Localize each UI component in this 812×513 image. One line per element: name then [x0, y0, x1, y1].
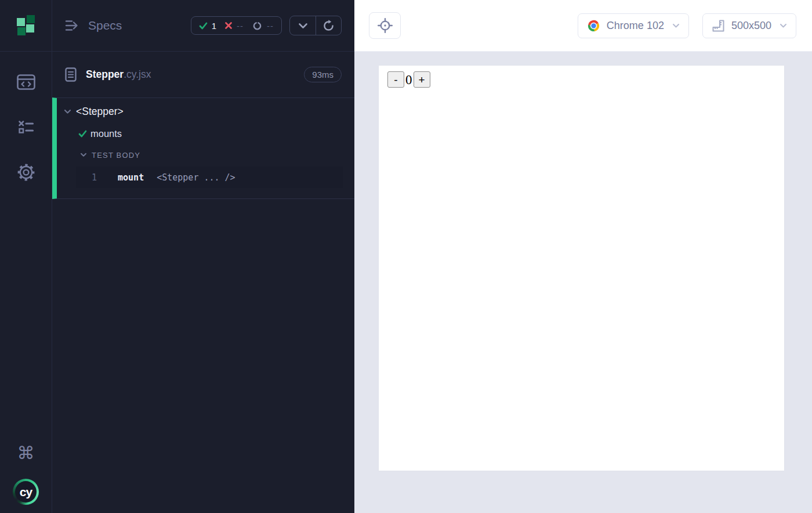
restart-icon	[252, 20, 263, 31]
spec-file-name: Stepper.cy.jsx	[86, 68, 151, 81]
spec-document-icon	[65, 67, 77, 82]
failed-count: --	[237, 21, 244, 31]
command-method: mount	[118, 172, 144, 183]
passed-count: 1	[212, 21, 216, 31]
x-icon	[224, 21, 233, 30]
stat-failed: --	[224, 21, 244, 31]
spec-extension: .cy.jsx	[124, 68, 151, 80]
logo-square	[17, 27, 26, 35]
stepper-decrement-button[interactable]: -	[387, 71, 404, 88]
stepper-increment-button[interactable]: +	[414, 71, 430, 88]
aut-header-dropdowns: Chrome 102 500	[578, 13, 796, 38]
suite-row[interactable]: <Stepper>	[57, 100, 354, 122]
viewport-size-label: 500x500	[731, 20, 771, 32]
cypress-app-logo-icon	[17, 15, 35, 36]
chevron-down-icon	[64, 109, 71, 114]
command-log-row[interactable]: 1 mount <Stepper ... />	[76, 167, 343, 188]
sidebar-item-specs[interactable]	[13, 69, 39, 95]
code-window-icon	[17, 74, 35, 90]
command-key-icon: ⌘	[17, 445, 35, 462]
sidebar-logo-area	[0, 0, 52, 52]
logo-square	[27, 15, 35, 23]
stat-passed: 1	[199, 21, 216, 31]
chevron-down-icon	[298, 23, 308, 29]
suite-title: <Stepper>	[76, 106, 124, 118]
test-title: mounts	[90, 128, 122, 139]
stepper-value: 0	[405, 73, 413, 86]
collapse-all-button[interactable]	[290, 16, 316, 35]
selector-playground-button[interactable]	[369, 12, 401, 39]
check-icon	[199, 22, 208, 30]
chevron-down-icon	[780, 23, 787, 28]
rerun-tests-button[interactable]	[316, 16, 341, 35]
command-line-number: 1	[76, 172, 97, 183]
test-stats: 1 -- --	[191, 16, 282, 35]
restarted-count: --	[267, 21, 274, 31]
test-body-section-row[interactable]: TEST BODY	[57, 144, 354, 165]
spec-file-row[interactable]: Stepper.cy.jsx 93ms	[52, 52, 354, 97]
refresh-icon	[322, 19, 335, 32]
cypress-cy-logo-button[interactable]: cy	[13, 479, 39, 505]
browser-label: Chrome 102	[607, 20, 664, 32]
chevron-down-icon	[672, 23, 680, 28]
cy-logo-text: cy	[15, 481, 37, 503]
test-row[interactable]: mounts	[57, 122, 354, 144]
command-message: <Stepper ... />	[157, 172, 235, 183]
check-icon	[78, 130, 87, 138]
gear-icon	[17, 163, 35, 182]
ruler-icon	[712, 19, 725, 32]
chrome-icon	[587, 19, 600, 32]
test-list-icon	[17, 120, 35, 135]
spec-base-name: Stepper	[86, 68, 124, 80]
reporter-header-buttons	[289, 16, 342, 35]
specs-panel-title: Specs	[88, 19, 122, 32]
chevron-down-icon	[80, 153, 87, 157]
crosshair-icon	[377, 17, 393, 34]
specs-panel: Specs 1 -- -	[52, 0, 354, 513]
icon-sidebar: ⌘ cy	[0, 0, 52, 513]
sidebar-item-settings[interactable]	[13, 160, 39, 185]
stepper-component: - 0 +	[379, 66, 784, 88]
active-spec-test-tree: <Stepper> mounts TEST BODY 1 mount <Step…	[52, 97, 354, 199]
sidebar-item-runs[interactable]	[13, 114, 39, 140]
keyboard-shortcuts-button[interactable]: ⌘	[13, 440, 39, 466]
spec-duration-badge: 93ms	[304, 67, 342, 82]
stat-restarted: --	[252, 20, 274, 31]
logo-square	[17, 18, 25, 26]
sidebar-nav	[13, 52, 39, 185]
specs-header: Specs 1 -- -	[52, 0, 354, 52]
aut-area: Chrome 102 500	[354, 0, 812, 513]
aut-viewport-iframe: - 0 +	[379, 66, 784, 471]
test-body-label: TEST BODY	[92, 151, 140, 160]
logo-square	[26, 24, 34, 32]
aut-stage: - 0 +	[354, 52, 812, 513]
menu-expand-icon[interactable]	[65, 19, 81, 32]
aut-header: Chrome 102 500	[354, 0, 812, 52]
sidebar-bottom: ⌘ cy	[13, 440, 39, 513]
cypress-app: ⌘ cy Specs	[0, 0, 812, 513]
viewport-size-dropdown[interactable]: 500x500	[702, 13, 796, 38]
browser-select-dropdown[interactable]: Chrome 102	[578, 13, 689, 38]
